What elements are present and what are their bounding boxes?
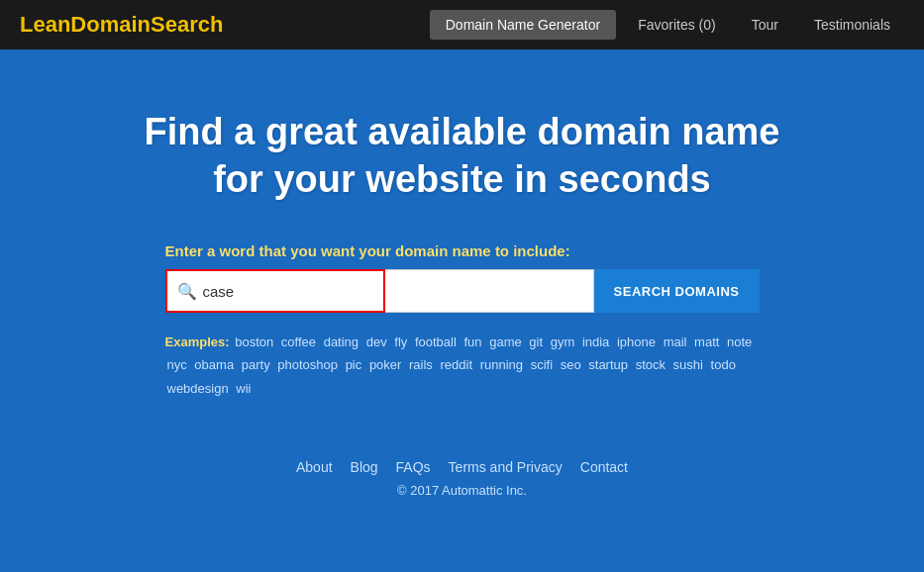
example-link-coffee[interactable]: coffee: [281, 334, 316, 349]
example-link-matt[interactable]: matt: [694, 334, 719, 349]
example-link-todo[interactable]: todo: [711, 357, 736, 372]
footer-link-terms-and-privacy[interactable]: Terms and Privacy: [449, 459, 563, 475]
example-link-git[interactable]: git: [529, 334, 543, 349]
footer-link-faqs[interactable]: FAQs: [396, 459, 431, 475]
example-link-webdesign[interactable]: webdesign: [167, 381, 229, 396]
logo-lean: Lean: [20, 12, 70, 37]
example-link-nyc[interactable]: nyc: [167, 357, 187, 372]
examples-links: boston coffee dating dev fly football fu…: [165, 334, 755, 396]
example-link-poker[interactable]: poker: [369, 357, 402, 372]
examples-section: Examples: boston coffee dating dev fly f…: [165, 331, 760, 400]
nav-tour[interactable]: Tour: [738, 10, 792, 40]
footer-link-blog[interactable]: Blog: [351, 459, 378, 475]
hero-title-line2: for your website in seconds: [213, 158, 711, 200]
logo: LeanDomainSearch: [20, 12, 430, 38]
examples-label: Examples:: [165, 334, 230, 349]
nav-favorites[interactable]: Favorites (0): [624, 10, 730, 40]
footer-link-about[interactable]: About: [296, 459, 333, 475]
example-link-boston[interactable]: boston: [235, 334, 273, 349]
hero-title-line1: Find a great available domain name: [145, 111, 780, 152]
logo-rest: DomainSearch: [70, 12, 223, 37]
example-link-sushi[interactable]: sushi: [673, 357, 703, 372]
search-row: 🔍 SEARCH DOMAINS: [165, 269, 760, 313]
example-link-note[interactable]: note: [727, 334, 752, 349]
example-link-photoshop[interactable]: photoshop: [277, 357, 338, 372]
footer-copyright: © 2017 Automattic Inc.: [397, 483, 527, 498]
nav-domain-generator[interactable]: Domain Name Generator: [430, 10, 616, 40]
example-link-dating[interactable]: dating: [324, 334, 359, 349]
navbar: LeanDomainSearch Domain Name Generator F…: [0, 0, 924, 49]
example-link-running[interactable]: running: [480, 357, 523, 372]
footer: AboutBlogFAQsTerms and PrivacyContact © …: [296, 459, 628, 498]
example-link-mail[interactable]: mail: [664, 334, 687, 349]
example-link-pic[interactable]: pic: [346, 357, 362, 372]
search-button[interactable]: SEARCH DOMAINS: [594, 269, 760, 313]
example-link-fly[interactable]: fly: [394, 334, 407, 349]
search-input[interactable]: [203, 283, 373, 300]
footer-links: AboutBlogFAQsTerms and PrivacyContact: [296, 459, 628, 475]
search-icon: 🔍: [177, 282, 197, 301]
nav-testimonials[interactable]: Testimonials: [800, 10, 904, 40]
example-link-game[interactable]: game: [489, 334, 522, 349]
search-label: Enter a word that you want your domain n…: [165, 242, 760, 259]
search-extra-input[interactable]: [385, 269, 594, 313]
example-link-iphone[interactable]: iphone: [617, 334, 656, 349]
example-link-scifi[interactable]: scifi: [531, 357, 553, 372]
example-link-fun[interactable]: fun: [463, 334, 481, 349]
search-input-box: 🔍: [165, 269, 385, 313]
footer-link-contact[interactable]: Contact: [580, 459, 628, 475]
example-link-stock[interactable]: stock: [636, 357, 666, 372]
example-link-gym[interactable]: gym: [551, 334, 575, 349]
example-link-seo[interactable]: seo: [561, 357, 581, 372]
example-link-wii[interactable]: wii: [236, 381, 251, 396]
example-link-obama[interactable]: obama: [194, 357, 234, 372]
example-link-startup[interactable]: startup: [588, 357, 628, 372]
nav-links: Domain Name Generator Favorites (0) Tour…: [430, 10, 904, 40]
example-link-india[interactable]: india: [582, 334, 609, 349]
example-link-football[interactable]: football: [415, 334, 457, 349]
hero-section: Find a great available domain name for y…: [0, 49, 924, 572]
example-link-party[interactable]: party: [242, 357, 270, 372]
example-link-dev[interactable]: dev: [366, 334, 387, 349]
example-link-reddit[interactable]: reddit: [441, 357, 473, 372]
hero-title: Find a great available domain name for y…: [145, 109, 780, 203]
example-link-rails[interactable]: rails: [409, 357, 433, 372]
